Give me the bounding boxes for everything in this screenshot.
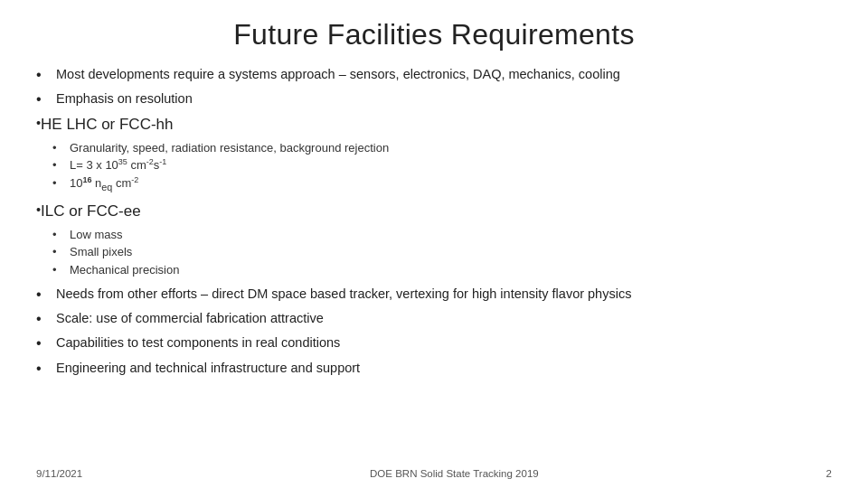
- bullet-text: Scale: use of commercial fabrication att…: [56, 308, 324, 328]
- sub-bullet-icon: •: [52, 174, 67, 192]
- list-item: • 1016 neq cm-2: [52, 174, 389, 194]
- list-item: • Small pixels: [52, 243, 179, 261]
- sub-bullet-text: Granularity, speed, radiation resistance…: [70, 139, 389, 157]
- bullet-text: HE LHC or FCC-hh: [41, 113, 173, 136]
- sub-bullet-icon: •: [52, 226, 67, 244]
- bullet-text: Capabilities to test components in real …: [56, 333, 340, 352]
- footer-center-text: DOE BRN Solid State Tracking 2019: [82, 468, 826, 479]
- sub-list: • Low mass • Small pixels • Mechanical p…: [52, 226, 179, 279]
- bullet-text: ILC or FCC-ee: [41, 200, 141, 223]
- list-item: • HE LHC or FCC-hh • Granularity, speed,…: [36, 113, 832, 196]
- sub-bullet-text: L= 3 x 1035 cm-2s-1: [70, 156, 166, 174]
- bullet-text: Emphasis on resolution: [56, 89, 193, 108]
- list-item: • ILC or FCC-ee • Low mass • Small pixel…: [36, 200, 832, 280]
- list-item: • Granularity, speed, radiation resistan…: [52, 139, 389, 157]
- bullet-icon: •: [36, 284, 52, 305]
- list-item: • Most developments require a systems ap…: [36, 64, 832, 85]
- list-item: • Mechanical precision: [52, 261, 179, 279]
- list-item: • Engineering and technical infrastructu…: [36, 358, 832, 379]
- list-item: • Low mass: [52, 226, 179, 244]
- sub-bullet-icon: •: [52, 156, 67, 174]
- bullet-text: Needs from other efforts – direct DM spa…: [56, 284, 631, 304]
- sub-bullet-icon: •: [52, 139, 67, 157]
- sub-bullet-icon: •: [52, 243, 67, 261]
- slide-title: Future Facilities Requirements: [36, 18, 832, 52]
- list-item: • Scale: use of commercial fabrication a…: [36, 308, 832, 329]
- slide-footer: 9/11/2021 DOE BRN Solid State Tracking 2…: [36, 463, 832, 479]
- bullet-text: Engineering and technical infrastructure…: [56, 358, 360, 378]
- main-list: • Most developments require a systems ap…: [36, 64, 832, 379]
- bullet-text: Most developments require a systems appr…: [56, 64, 620, 84]
- sub-bullet-text: Low mass: [70, 226, 123, 244]
- slide: Future Facilities Requirements • Most de…: [0, 0, 868, 488]
- sub-bullet-icon: •: [52, 261, 67, 279]
- bullet-icon: •: [36, 64, 52, 85]
- bullet-icon: •: [36, 89, 52, 109]
- bullet-icon: •: [36, 308, 52, 329]
- sub-list: • Granularity, speed, radiation resistan…: [52, 139, 389, 194]
- list-item: • Needs from other efforts – direct DM s…: [36, 284, 832, 305]
- sub-bullet-text: Small pixels: [70, 243, 132, 261]
- list-item: • L= 3 x 1035 cm-2s-1: [52, 156, 389, 174]
- footer-date: 9/11/2021: [36, 468, 82, 479]
- list-item: • Capabilities to test components in rea…: [36, 333, 832, 353]
- footer-page-number: 2: [826, 468, 832, 479]
- sub-bullet-text: 1016 neq cm-2: [70, 174, 138, 194]
- sub-bullet-text: Mechanical precision: [70, 261, 179, 279]
- list-item: • Emphasis on resolution: [36, 89, 832, 109]
- slide-content: • Most developments require a systems ap…: [36, 64, 832, 463]
- bullet-icon: •: [36, 333, 52, 353]
- bullet-icon: •: [36, 358, 52, 379]
